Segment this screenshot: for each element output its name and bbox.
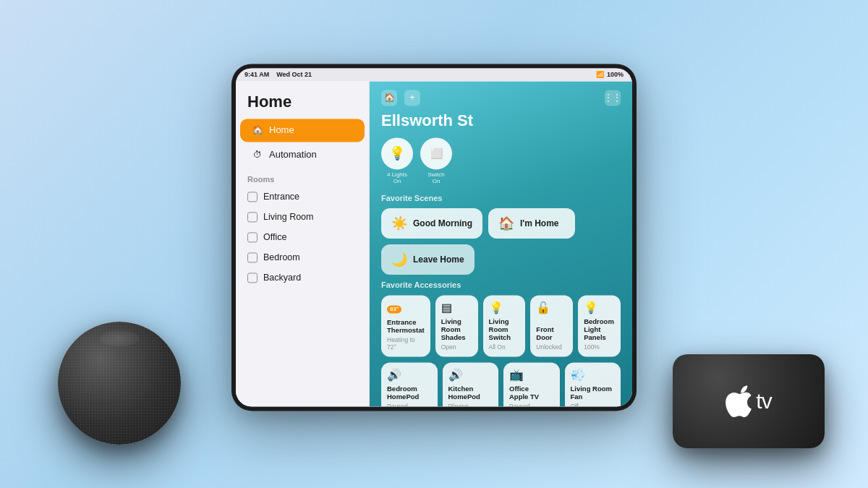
home-icon: 🏠 [252,124,263,136]
accessory-door[interactable]: 🔓 FrontDoor Unlocked [530,295,573,356]
accessory-fan[interactable]: 💨 Living RoomFan Off [565,362,621,406]
kitchen-homepod-status: Playing [448,403,493,406]
shades-name: Living RoomShades [441,317,472,342]
homepod-body [58,322,181,445]
accessory-switch[interactable]: 💡 Living RoomSwitch All On [483,295,526,356]
sidebar: Home 🏠 Home ⏱ Automation Rooms [236,81,370,406]
homepod-mini [58,322,188,452]
battery-status: 100% [607,71,624,78]
accessory-bedroom-homepod[interactable]: 🔊 BedroomHomePod Paused [381,362,438,406]
quick-switch[interactable]: ⬜ SwitchOn [420,137,452,185]
sidebar-room-entrance[interactable]: Entrance [236,187,369,207]
bedroom-homepod-status: Paused [387,403,432,406]
kitchen-homepod-icon: 🔊 [448,368,493,382]
leave-home-label: Leave Home [413,254,464,265]
ipad-screen: 9:41 AM Wed Oct 21 📶 100% Home 🏠 [236,68,632,406]
sidebar-room-living-room[interactable]: Living Room [236,207,369,227]
lights-icon: 💡 [381,137,413,169]
scenes-row-2: 🌙 Leave Home [381,244,621,275]
sidebar-automation-label: Automation [269,149,317,160]
office-tv-name: OfficeApple TV [509,385,554,401]
main-content: 🏠 + ⋮⋮ Ellsworth St 💡 4 LightsOn [370,81,632,406]
ipad-device: 9:41 AM Wed Oct 21 📶 100% Home 🏠 [231,64,637,411]
accessory-office-tv[interactable]: 📺 OfficeApple TV Paused [503,362,560,406]
office-tv-status: Paused [509,403,554,406]
switch-label: SwitchOn [427,171,445,185]
door-status: Unlocked [536,343,567,351]
door-name: FrontDoor [536,325,567,342]
light-panels-status: 100% [584,343,615,351]
accessory-thermostat[interactable]: 83° EntranceThermostat Heating to 72° [381,295,430,356]
sidebar-item-automation[interactable]: ⏱ Automation [240,143,365,166]
automation-icon: ⏱ [252,149,263,160]
scene-container: 9:41 AM Wed Oct 21 📶 100% Home 🏠 [0,0,868,488]
sidebar-home-label: Home [269,124,294,135]
thermostat-status: Heating to 72° [387,336,425,351]
good-morning-label: Good Morning [413,218,472,228]
im-home-icon: 🏠 [498,215,514,231]
room-icon [247,212,258,222]
favorite-accessories-title: Favorite Accessories [381,281,621,289]
main-header: 🏠 + ⋮⋮ [381,90,621,106]
accessories-grid-1: 83° EntranceThermostat Heating to 72° ▤ … [381,295,621,356]
im-home-label: I'm Home [520,218,559,228]
accessory-light-panels[interactable]: 💡 BedroomLight Panels 100% [578,295,621,356]
door-icon: 🔓 [536,301,567,314]
header-left: 🏠 + [381,90,420,106]
status-right: 📶 100% [596,71,624,78]
sidebar-room-bedroom[interactable]: Bedroom [236,247,369,267]
status-time: 9:41 AM Wed Oct 21 [244,71,312,78]
accessory-kitchen-homepod[interactable]: 🔊 KitchenHomePod Playing [443,362,499,406]
siri-icon[interactable]: ⋮⋮ [605,90,621,106]
wifi-icon: 📶 [596,71,604,78]
thermostat-badge: 83° [387,305,401,313]
apple-tv-device: tv [673,354,832,448]
kitchen-homepod-name: KitchenHomePod [448,385,493,401]
fan-status: Off [571,403,616,406]
good-morning-icon: ☀️ [391,215,407,231]
favorite-scenes-title: Favorite Scenes [381,194,621,202]
scene-good-morning[interactable]: ☀️ Good Morning [381,208,482,239]
fan-name: Living RoomFan [571,385,616,401]
accessory-shades[interactable]: ▤ Living RoomShades Open [435,295,478,356]
lights-label: 4 LightsOn [387,171,407,185]
add-icon[interactable]: + [404,90,420,106]
sidebar-title: Home [236,90,369,119]
bedroom-homepod-icon: 🔊 [387,368,432,382]
scenes-row: ☀️ Good Morning 🏠 I'm Home [381,208,621,239]
fan-icon: 💨 [571,368,616,382]
leave-home-icon: 🌙 [391,252,407,267]
light-panels-name: BedroomLight Panels [584,317,615,342]
thermostat-name: EntranceThermostat [387,318,425,335]
apple-tv-body: tv [673,354,825,448]
homepod-top-glow [100,330,140,346]
status-bar: 9:41 AM Wed Oct 21 📶 100% [236,68,632,81]
switch-card-name: Living RoomSwitch [489,317,520,342]
switch-card-icon: 💡 [489,301,520,314]
sidebar-item-home[interactable]: 🏠 Home [240,119,365,142]
room-icon [247,273,258,283]
bedroom-homepod-name: BedroomHomePod [387,385,432,401]
ipad-content: Home 🏠 Home ⏱ Automation Rooms [236,81,632,406]
room-icon [247,232,258,242]
quick-accessories: 💡 4 LightsOn ⬜ SwitchOn [381,137,621,185]
scene-im-home[interactable]: 🏠 I'm Home [488,208,575,239]
rooms-section-title: Rooms [236,168,369,187]
sidebar-room-office[interactable]: Office [236,227,369,247]
home-nav-icon[interactable]: 🏠 [381,90,397,106]
sidebar-room-backyard[interactable]: Backyard [236,267,369,288]
apple-tv-text: tv [756,389,771,414]
scene-leave-home[interactable]: 🌙 Leave Home [381,244,475,275]
room-icon [247,252,258,262]
shades-status: Open [441,343,472,351]
light-panels-icon: 💡 [584,301,615,314]
location-title: Ellsworth St [381,111,621,130]
switch-card-status: All On [489,343,520,351]
switch-icon: ⬜ [420,137,452,169]
accessories-grid-2: 🔊 BedroomHomePod Paused 🔊 KitchenHomePod… [381,362,621,406]
quick-lights[interactable]: 💡 4 LightsOn [381,137,413,185]
office-tv-icon: 📺 [509,368,554,382]
shades-icon: ▤ [441,301,472,314]
room-icon [247,192,258,202]
apple-logo-icon [726,385,752,417]
